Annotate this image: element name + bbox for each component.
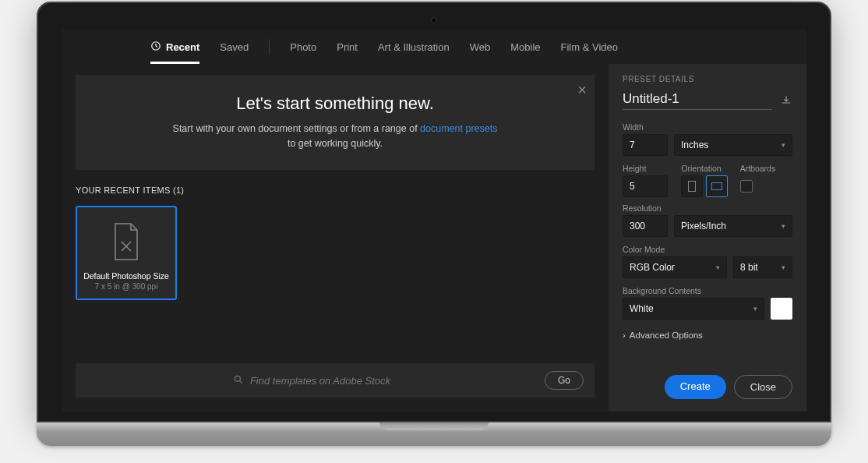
- advanced-options-toggle[interactable]: › Advanced Options: [623, 330, 792, 340]
- colormode-value: RGB Color: [630, 262, 675, 273]
- close-button[interactable]: Close: [734, 375, 792, 399]
- search-placeholder: Find templates on Adobe Stock: [250, 375, 390, 387]
- tab-web[interactable]: Web: [470, 30, 491, 64]
- chevron-down-icon: ▾: [782, 263, 785, 271]
- document-name-input[interactable]: Untitled-1: [623, 91, 772, 110]
- tab-film-video[interactable]: Film & Video: [561, 30, 618, 64]
- preset-category-tabbar: Recent Saved Photo Print Art & Illustrat…: [62, 30, 806, 64]
- preset-details-panel: PRESET DETAILS Untitled-1 Width 7 Inches…: [609, 64, 806, 412]
- banner-title: Let's start something new.: [90, 94, 580, 114]
- svg-point-1: [235, 376, 240, 381]
- clock-icon: [150, 41, 161, 54]
- colormode-label: Color Mode: [623, 245, 792, 254]
- artboards-checkbox[interactable]: [740, 180, 753, 193]
- background-contents-value: White: [630, 303, 654, 314]
- left-column: × Let's start something new. Start with …: [62, 64, 609, 412]
- preset-card-title: Default Photoshop Size: [82, 271, 171, 281]
- artboards-label: Artboards: [740, 164, 792, 173]
- tab-art-illustration[interactable]: Art & Illustration: [378, 30, 450, 64]
- tab-label: Photo: [290, 41, 316, 53]
- tab-label: Film & Video: [561, 41, 618, 53]
- search-go-button[interactable]: Go: [545, 371, 584, 390]
- tab-mobile[interactable]: Mobile: [510, 30, 540, 64]
- advanced-options-label: Advanced Options: [630, 330, 703, 340]
- chevron-down-icon: ▾: [716, 263, 720, 271]
- stock-search-bar: Find templates on Adobe Stock Go: [76, 363, 595, 398]
- tab-label: Saved: [220, 41, 249, 53]
- background-contents-select[interactable]: White ▾: [623, 298, 764, 320]
- landscape-icon: [711, 182, 722, 190]
- tab-print[interactable]: Print: [337, 30, 358, 64]
- document-presets-link[interactable]: document presets: [420, 123, 497, 134]
- create-button[interactable]: Create: [665, 375, 726, 399]
- screen-bezel: Recent Saved Photo Print Art & Illustrat…: [37, 2, 831, 422]
- stock-search-input[interactable]: Find templates on Adobe Stock: [86, 374, 537, 387]
- camera-dot: [431, 17, 437, 23]
- units-select[interactable]: Inches ▾: [674, 134, 792, 156]
- laptop-frame: Recent Saved Photo Print Art & Illustrat…: [37, 2, 831, 446]
- portrait-icon: [688, 181, 696, 192]
- laptop-base: [37, 422, 831, 446]
- orientation-label: Orientation: [681, 164, 733, 173]
- chevron-down-icon: ▾: [753, 305, 757, 313]
- recent-preset-card[interactable]: Default Photoshop Size 7 x 5 in @ 300 pp…: [76, 206, 177, 300]
- preset-file-icon: [82, 218, 171, 265]
- tab-recent[interactable]: Recent: [150, 30, 199, 64]
- height-input[interactable]: 5: [623, 175, 668, 197]
- chevron-right-icon: ›: [623, 330, 626, 340]
- chevron-down-icon: ▾: [782, 141, 785, 149]
- footer-buttons: Create Close: [623, 375, 792, 399]
- colormode-select[interactable]: RGB Color ▾: [623, 256, 727, 278]
- banner-subtitle: Start with your own document settings or…: [90, 122, 580, 151]
- tab-label: Art & Illustration: [378, 41, 450, 53]
- tab-label: Recent: [166, 41, 199, 53]
- chevron-down-icon: ▾: [782, 222, 785, 230]
- close-banner-button[interactable]: ×: [577, 81, 587, 99]
- tab-label: Web: [470, 41, 491, 53]
- welcome-banner: × Let's start something new. Start with …: [76, 75, 595, 170]
- document-name-row: Untitled-1: [623, 91, 792, 110]
- save-preset-icon[interactable]: [780, 94, 792, 107]
- orientation-landscape-button[interactable]: [706, 175, 728, 197]
- units-value: Inches: [681, 140, 708, 150]
- width-input[interactable]: 7: [623, 134, 668, 156]
- recent-items-heading: YOUR RECENT ITEMS (1): [76, 186, 595, 195]
- background-color-swatch[interactable]: [771, 298, 792, 320]
- resolution-label: Resolution: [623, 203, 792, 213]
- resolution-input[interactable]: 300: [623, 215, 668, 237]
- tab-photo[interactable]: Photo: [290, 30, 316, 64]
- tab-saved[interactable]: Saved: [220, 30, 249, 64]
- app-screen: Recent Saved Photo Print Art & Illustrat…: [62, 30, 806, 412]
- content-row: × Let's start something new. Start with …: [62, 64, 806, 412]
- background-contents-label: Background Contents: [623, 286, 792, 295]
- resolution-unit-select[interactable]: Pixels/Inch ▾: [674, 215, 792, 237]
- orientation-portrait-button[interactable]: [681, 175, 703, 197]
- height-label: Height: [623, 164, 675, 173]
- width-label: Width: [623, 122, 792, 132]
- tab-label: Mobile: [510, 41, 540, 53]
- search-icon: [233, 374, 244, 387]
- bitdepth-select[interactable]: 8 bit ▾: [733, 256, 792, 278]
- resolution-unit-value: Pixels/Inch: [681, 221, 726, 231]
- tab-label: Print: [337, 41, 358, 53]
- bitdepth-value: 8 bit: [740, 262, 758, 273]
- preset-details-heading: PRESET DETAILS: [623, 75, 792, 83]
- preset-card-subtitle: 7 x 5 in @ 300 ppi: [82, 282, 171, 291]
